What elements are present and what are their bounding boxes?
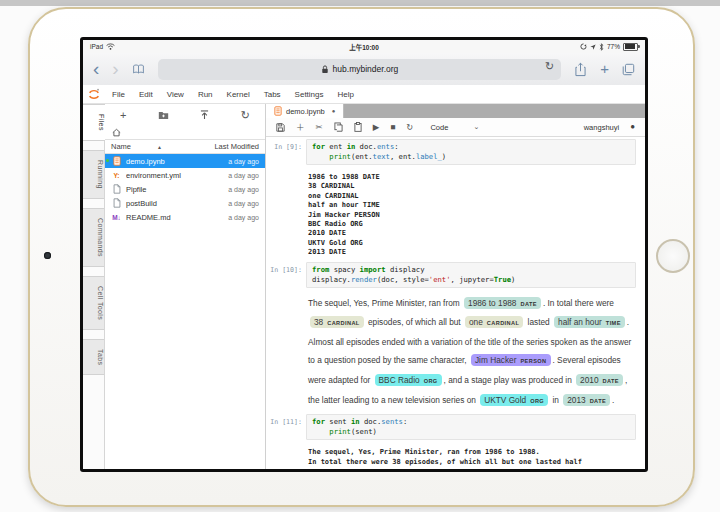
jupyterlab-app: FileEditViewRunKernelTabsSettingsHelp Fi… <box>83 85 645 469</box>
entity-mark-date: 1986 to 1988DATE <box>464 297 541 309</box>
kernel-status-icon[interactable]: ● <box>630 123 635 131</box>
save-button[interactable] <box>276 123 285 132</box>
entity-label: TIME <box>606 320 621 326</box>
home-button[interactable] <box>656 239 690 273</box>
front-camera <box>44 252 51 259</box>
menu-item-run[interactable]: Run <box>191 90 220 99</box>
entity-label: CARDINAL <box>487 320 519 326</box>
bookmarks-icon[interactable] <box>132 63 145 75</box>
yaml-file-icon: Y: <box>111 172 122 179</box>
file-row[interactable]: demo.ipynba day ago <box>105 154 265 168</box>
copy-cells-button[interactable] <box>334 122 343 132</box>
chevron-down-icon: ⌄ <box>473 123 479 131</box>
menu-item-settings[interactable]: Settings <box>288 90 331 99</box>
file-row[interactable]: Pipfilea day ago <box>105 182 265 196</box>
column-name[interactable]: Name <box>111 142 131 151</box>
file-icon <box>111 184 122 194</box>
menu-item-view[interactable]: View <box>160 90 191 99</box>
stop-kernel-button[interactable]: ■ <box>390 123 395 131</box>
file-row[interactable]: M↓README.mda day ago <box>105 210 265 224</box>
sidebar-tab-commands[interactable]: Commands <box>83 208 104 267</box>
sidebar-tab-tabs[interactable]: Tabs <box>83 339 104 375</box>
cut-cells-button[interactable]: ✂ <box>316 123 323 131</box>
entity-mark-cardinal: oneCARDINAL <box>465 316 523 328</box>
notebook-cell[interactable]: In [10]:from spacy import displacy displ… <box>266 262 645 415</box>
sidebar-tab-running[interactable]: Running <box>83 150 104 199</box>
entity-label: ORG <box>530 398 544 404</box>
back-button[interactable]: ‹ <box>93 64 99 74</box>
menu-item-kernel[interactable]: Kernel <box>220 90 257 99</box>
entity-mark-date: 2013DATE <box>563 394 610 406</box>
entity-label: DATE <box>603 378 619 384</box>
file-name: README.md <box>126 213 224 222</box>
file-row[interactable]: Y:environment.ymla day ago <box>105 168 265 182</box>
cell-code-editor[interactable]: from spacy import displacy displacy.rend… <box>306 262 636 288</box>
column-last-modified[interactable]: Last Modified <box>214 142 259 151</box>
file-modified: a day ago <box>228 186 259 193</box>
jupyterlab-menu-bar: FileEditViewRunKernelTabsSettingsHelp <box>83 85 645 104</box>
main-dock-panel: demo.ipynb ● ＋ ✂ <box>266 104 645 469</box>
file-icon <box>111 198 122 208</box>
address-bar[interactable]: hub.mybinder.org ↻ <box>158 59 562 80</box>
reload-icon[interactable]: ↻ <box>545 60 554 73</box>
new-tab-icon[interactable]: + <box>600 64 609 74</box>
tab-switcher-icon[interactable] <box>622 63 635 76</box>
cell-prompt: In [11]: <box>266 414 302 469</box>
paste-cells-button[interactable] <box>354 122 362 132</box>
status-clock: 上午10:00 <box>83 42 645 52</box>
cell-code-editor[interactable]: for sent in doc.sents: print(sent) <box>306 414 636 440</box>
menu-item-edit[interactable]: Edit <box>132 90 160 99</box>
menu-item-tabs[interactable]: Tabs <box>257 90 288 99</box>
file-browser-toolbar: + ↻ <box>105 104 265 126</box>
menu-item-file[interactable]: File <box>105 90 132 99</box>
file-browser-panel: + ↻ <box>105 104 266 469</box>
cell-type-dropdown[interactable]: Code <box>430 123 448 132</box>
dock-tab-bar: demo.ipynb ● <box>266 104 645 118</box>
markdown-file-icon: M↓ <box>111 214 122 221</box>
notebook-cell[interactable]: In [9]:for ent in doc.ents: print(ent.te… <box>266 139 645 262</box>
safari-toolbar: ‹ › hub.mybinder.org ↻ <box>83 53 645 86</box>
cell-code-editor[interactable]: for ent in doc.ents: print(ent.text, ent… <box>306 139 636 165</box>
battery-icon <box>623 43 638 51</box>
notebook-file-icon <box>111 156 122 166</box>
tab-close-icon[interactable]: ● <box>332 108 336 114</box>
add-cell-button[interactable]: ＋ <box>296 123 305 131</box>
file-modified: a day ago <box>228 158 259 165</box>
photo-background-edge <box>0 0 720 6</box>
new-launcher-button[interactable]: + <box>120 109 126 121</box>
displacy-entity-output: The sequel, Yes, Prime Minister, ran fro… <box>308 294 636 411</box>
entity-mark-date: 2010DATE <box>576 374 623 386</box>
notebook-toolbar: ＋ ✂ <box>266 118 645 137</box>
entity-label: CARDINAL <box>327 320 359 326</box>
menu-items: FileEditViewRunKernelTabsSettingsHelp <box>105 90 361 99</box>
refresh-files-button[interactable]: ↻ <box>241 109 250 122</box>
entity-mark-time: half an hourTIME <box>554 316 625 328</box>
sidebar-tab-cell-tools[interactable]: Cell Tools <box>83 276 104 330</box>
cell-prompt: In [10]: <box>266 262 302 415</box>
entity-mark-org: UKTV GoldORG <box>480 394 548 406</box>
run-cell-button[interactable]: ▶ <box>373 123 380 131</box>
menu-item-help[interactable]: Help <box>331 90 361 99</box>
home-folder-icon[interactable] <box>112 128 121 137</box>
file-list-header[interactable]: Name ▲ Last Modified <box>105 139 265 154</box>
restart-kernel-button[interactable]: ↻ <box>406 123 413 131</box>
notebook-tab[interactable]: demo.ipynb ● <box>266 104 344 118</box>
https-lock-icon <box>321 65 329 74</box>
file-modified: a day ago <box>228 172 259 179</box>
entity-mark-org: BBC RadioORG <box>375 374 442 386</box>
sidebar-tab-files[interactable]: Files <box>83 104 105 141</box>
share-icon[interactable] <box>574 62 587 77</box>
new-folder-button[interactable] <box>158 111 169 120</box>
forward-button[interactable]: › <box>112 64 118 74</box>
file-modified: a day ago <box>228 214 259 221</box>
ios-status-bar: iPad 上午10:00 <box>83 40 645 53</box>
entity-label: PERSON <box>520 358 546 364</box>
upload-button[interactable] <box>200 110 209 120</box>
left-sidebar-tabstrip: FilesRunningCommandsCell ToolsTabs <box>83 104 105 469</box>
entity-label: ORG <box>424 378 438 384</box>
file-list: demo.ipynba day agoY:environment.ymla da… <box>105 154 265 224</box>
file-name: postBuild <box>126 199 224 208</box>
file-row[interactable]: postBuilda day ago <box>105 196 265 210</box>
jupyter-logo-icon <box>88 88 100 101</box>
notebook-cell[interactable]: In [11]:for sent in doc.sents: print(sen… <box>266 414 645 469</box>
